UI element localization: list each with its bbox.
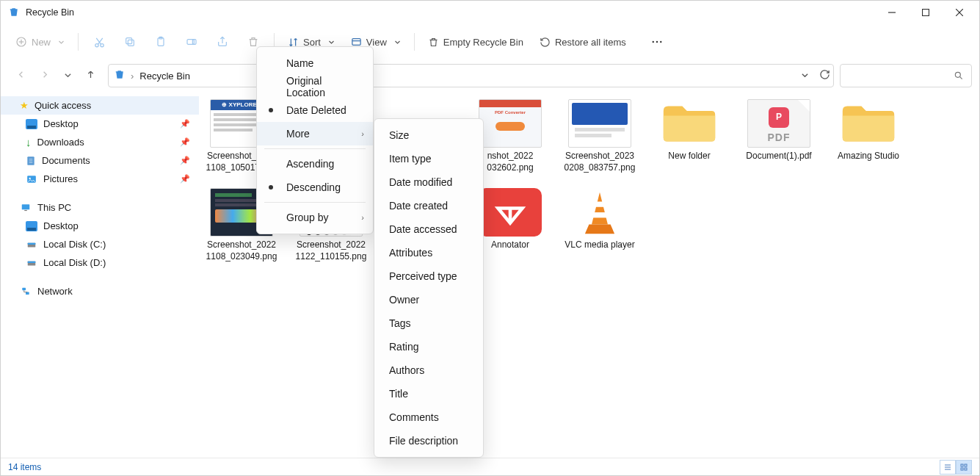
- file-item[interactable]: New folder: [654, 99, 725, 173]
- sidebar: ★ Quick access Desktop 📌 ↓ Downloads 📌 D…: [1, 92, 199, 458]
- svg-rect-15: [352, 38, 360, 45]
- sidebar-item-desktop-pc[interactable]: Desktop: [1, 217, 199, 235]
- submenu-item-file-description[interactable]: File description: [374, 429, 483, 452]
- file-label: Screenshot_20230208_083757.png: [565, 151, 636, 173]
- empty-recycle-bin-button[interactable]: Empty Recycle Bin: [421, 29, 531, 55]
- sidebar-item-network[interactable]: Network: [1, 282, 199, 300]
- submenu-item-item-type[interactable]: Item type: [374, 147, 483, 170]
- svg-rect-31: [28, 242, 36, 244]
- file-explorer-window: { "title": "Recycle Bin", "window_contro…: [0, 0, 980, 476]
- svg-point-17: [652, 41, 653, 43]
- desktop-icon: [26, 221, 37, 231]
- svg-rect-28: [22, 204, 30, 209]
- file-item[interactable]: PPDFDocument(1).pdf: [744, 99, 814, 173]
- menu-item-date-deleted[interactable]: Date Deleted: [257, 98, 373, 122]
- file-item[interactable]: VLC media player: [565, 188, 635, 262]
- file-label: VLC media player: [565, 239, 634, 251]
- submenu-item-rating[interactable]: Rating: [374, 335, 483, 358]
- file-label: Amazing Studio: [838, 151, 899, 162]
- svg-rect-10: [126, 38, 132, 44]
- sidebar-item-desktop[interactable]: Desktop 📌: [1, 115, 199, 133]
- sidebar-item-this-pc[interactable]: This PC: [1, 198, 199, 217]
- svg-point-18: [656, 41, 658, 43]
- submenu-item-perceived-type[interactable]: Perceived type: [374, 264, 483, 288]
- back-button[interactable]: [15, 69, 26, 82]
- titlebar: Recycle Bin: [1, 1, 979, 24]
- file-item[interactable]: Annotator: [475, 188, 545, 262]
- svg-rect-33: [28, 261, 36, 262]
- menu-item-descending[interactable]: Descending: [257, 176, 373, 199]
- sidebar-item-documents[interactable]: Documents 📌: [1, 151, 199, 170]
- submenu-item-owner[interactable]: Owner: [374, 288, 483, 311]
- file-label: nshot_2022032602.png: [487, 151, 533, 173]
- chevron-down-icon: [394, 37, 401, 48]
- file-item[interactable]: Screenshot_20230208_083757.png: [565, 99, 635, 173]
- sidebar-item-quick-access[interactable]: ★ Quick access: [1, 96, 199, 115]
- file-label: Screenshot_20221122_110155.png: [296, 239, 367, 262]
- address-dropdown-button[interactable]: [801, 71, 809, 82]
- refresh-button[interactable]: [819, 69, 830, 82]
- search-input[interactable]: [840, 64, 972, 87]
- minimize-button[interactable]: [875, 1, 909, 24]
- menu-item-original-location[interactable]: Original Location: [257, 75, 373, 98]
- svg-line-21: [959, 76, 962, 79]
- submenu-item-date-modified[interactable]: Date modified: [374, 170, 483, 194]
- copy-button[interactable]: [115, 29, 145, 55]
- document-icon: [26, 155, 36, 167]
- pc-icon: [20, 203, 32, 213]
- star-icon: ★: [20, 100, 29, 111]
- sidebar-item-downloads[interactable]: ↓ Downloads 📌: [1, 133, 199, 151]
- disk-icon: [26, 258, 37, 268]
- sidebar-item-pictures[interactable]: Pictures 📌: [1, 170, 199, 188]
- submenu-item-title[interactable]: Title: [374, 382, 483, 405]
- submenu-item-date-created[interactable]: Date created: [374, 194, 483, 217]
- pin-icon: 📌: [180, 137, 190, 147]
- share-button[interactable]: [208, 29, 237, 55]
- cut-button[interactable]: [84, 29, 114, 55]
- chevron-right-icon: ›: [131, 71, 134, 82]
- file-item[interactable]: Amazing Studio: [833, 99, 904, 173]
- up-button[interactable]: [85, 69, 96, 82]
- details-view-button[interactable]: [940, 460, 956, 475]
- search-icon: [954, 71, 964, 81]
- sidebar-item-local-disk-c[interactable]: Local Disk (C:): [1, 235, 199, 253]
- maximize-button[interactable]: [909, 1, 943, 24]
- svg-point-19: [660, 41, 661, 43]
- icons-view-button[interactable]: [956, 460, 972, 475]
- content-area[interactable]: ⊕ XYPLORERScreenshot_20221108_105017.png…: [199, 92, 979, 458]
- close-button[interactable]: [943, 1, 976, 24]
- menu-item-ascending[interactable]: Ascending: [257, 152, 373, 176]
- file-label: Annotator: [491, 239, 529, 251]
- submenu-item-date-accessed[interactable]: Date accessed: [374, 217, 483, 241]
- nav-buttons: [8, 69, 102, 82]
- submenu-item-tags[interactable]: Tags: [374, 311, 483, 335]
- paste-button[interactable]: [146, 29, 175, 55]
- recent-locations-button[interactable]: [64, 71, 72, 82]
- submenu-item-attributes[interactable]: Attributes: [374, 241, 483, 264]
- breadcrumb[interactable]: Recycle Bin: [139, 71, 190, 82]
- more-options-button[interactable]: [642, 29, 672, 55]
- svg-rect-37: [593, 212, 606, 217]
- menu-item-group-by[interactable]: Group by›: [257, 206, 373, 229]
- view-toggles: [940, 460, 972, 475]
- nav-row: › Recycle Bin: [1, 60, 979, 92]
- menu-item-name[interactable]: Name: [257, 51, 373, 75]
- new-button[interactable]: New: [8, 29, 72, 55]
- chevron-right-icon: ›: [361, 213, 364, 222]
- submenu-item-size[interactable]: Size: [374, 123, 483, 147]
- restore-all-button[interactable]: Restore all items: [532, 29, 634, 55]
- sidebar-item-local-disk-d[interactable]: Local Disk (D:): [1, 253, 199, 272]
- download-icon: ↓: [26, 137, 32, 148]
- pin-icon: 📌: [180, 156, 190, 165]
- menu-item-more[interactable]: More›: [257, 122, 373, 145]
- svg-rect-44: [965, 468, 967, 470]
- network-icon: [20, 286, 32, 297]
- recycle-bin-icon: [115, 70, 125, 82]
- forward-button[interactable]: [40, 69, 51, 82]
- file-label: Document(1).pdf: [746, 151, 811, 162]
- submenu-item-authors[interactable]: Authors: [374, 358, 483, 382]
- rename-button[interactable]: [177, 29, 206, 55]
- submenu-item-comments[interactable]: Comments: [374, 405, 483, 429]
- address-bar[interactable]: › Recycle Bin: [108, 64, 834, 87]
- file-item[interactable]: PDF Converternshot_2022032602.png: [475, 99, 545, 173]
